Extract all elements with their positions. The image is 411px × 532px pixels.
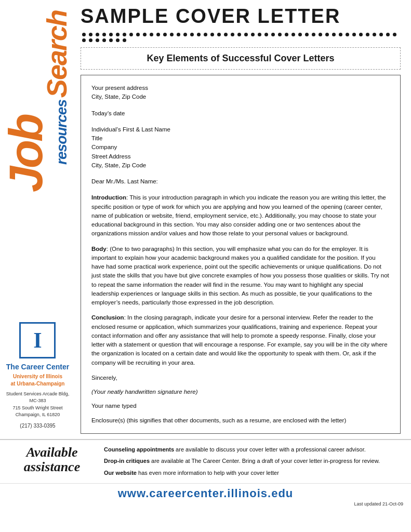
brand-area: Job Search resources xyxy=(7,10,68,192)
website-label: Our website xyxy=(104,470,137,476)
date-block: Today’s date xyxy=(91,109,390,118)
sender-address-line1: Your present address xyxy=(91,84,390,92)
closing: Sincerely, xyxy=(91,374,390,382)
university-name: University of Illinois at Urbana-Champai… xyxy=(11,373,65,388)
website-bar: www.careercenter.illinois.edu xyxy=(0,483,411,501)
main-content: SAMPLE COVER LETTER Key Elements of Succ… xyxy=(75,0,411,439)
conclusion-text: : In the closing paragraph, indicate you… xyxy=(91,314,388,365)
date-text: Today’s date xyxy=(91,109,390,118)
recipient-street: Street Address xyxy=(91,152,390,161)
available-line2: assistance xyxy=(24,459,80,474)
name-typed-text: Your name typed xyxy=(91,402,390,410)
conclusion-label: Conclusion xyxy=(91,314,124,321)
available-assistance-block: Available assistance xyxy=(8,445,96,475)
recipient-city: City, State, Zip Code xyxy=(91,161,390,170)
brand-search-text: Search xyxy=(46,10,68,98)
key-elements-title: Key Elements of Successful Cover Letters xyxy=(91,53,390,64)
enclosure-line: Enclosure(s) (this signifies that other … xyxy=(91,416,390,425)
bottom-info: Counseling appointments are available to… xyxy=(104,445,403,481)
dropin-label: Drop-in critiques xyxy=(104,458,150,464)
recipient-block: Individual’s First & Last Name Title Com… xyxy=(91,125,390,170)
body-label: Body xyxy=(91,246,107,252)
website-info: Our website has even more information to… xyxy=(104,469,403,477)
brand-resources-text: resources xyxy=(46,100,68,165)
body-text: : (One to two paragraphs) In this sectio… xyxy=(91,246,389,306)
available-line1: Available xyxy=(26,445,77,460)
recipient-company: Company xyxy=(91,143,390,152)
salutation: Dear Mr./Ms. Last Name: xyxy=(91,177,390,186)
name-typed-line: Your name typed xyxy=(91,402,390,410)
illinois-i-letter: I xyxy=(33,328,42,353)
signature-line: (Your neatly handwritten signature here) xyxy=(91,388,390,396)
available-text: Available assistance xyxy=(24,445,80,475)
sidebar-logo-area: I The Career Center University of Illino… xyxy=(6,322,70,439)
recipient-name: Individual’s First & Last Name xyxy=(91,125,390,134)
conclusion-paragraph: Conclusion: In the closing paragraph, in… xyxy=(91,313,390,367)
illinois-logo: I xyxy=(19,322,56,358)
counseling-label: Counseling appointments xyxy=(104,446,174,453)
brand-job-text: Job xyxy=(7,10,45,192)
dot-divider xyxy=(81,32,401,43)
counseling-info: Counseling appointments are available to… xyxy=(104,445,403,454)
key-elements-box: Key Elements of Successful Cover Letters xyxy=(81,47,401,70)
dropin-info: Drop-in critiques are available at The C… xyxy=(104,457,403,466)
sidebar-address: Student Services Arcade Bldg, MC-383 715… xyxy=(6,391,70,419)
intro-text: : This is your introduction paragraph in… xyxy=(91,194,386,236)
sender-address-block: Your present address City, State, Zip Co… xyxy=(91,84,390,102)
dropin-text: are available at The Career Center. Brin… xyxy=(150,458,380,464)
letter-box: Your present address City, State, Zip Co… xyxy=(81,75,401,434)
closing-text: Sincerely, xyxy=(91,374,390,382)
career-center-label: The Career Center xyxy=(6,363,69,371)
last-updated: Last updated 21-Oct-09 xyxy=(0,501,411,509)
recipient-title: Title xyxy=(91,134,390,143)
intro-label: Introduction xyxy=(91,194,126,201)
website-text: has even more information to help with y… xyxy=(137,470,279,476)
bottom-section: Available assistance Counseling appointm… xyxy=(0,439,411,509)
page-title: SAMPLE COVER LETTER xyxy=(81,5,401,28)
sidebar-phone: (217) 333-0395 xyxy=(20,423,55,429)
salutation-text: Dear Mr./Ms. Last Name: xyxy=(91,177,390,186)
website-url[interactable]: www.careercenter.illinois.edu xyxy=(0,487,411,500)
bottom-row: Available assistance Counseling appointm… xyxy=(0,440,411,484)
sidebar: Job Search resources I The Career Center… xyxy=(0,0,75,439)
counseling-text: are available to discuss your cover lett… xyxy=(174,446,366,453)
signature-text: (Your neatly handwritten signature here) xyxy=(91,388,390,396)
enclosure-text: Enclosure(s) (this signifies that other … xyxy=(91,416,390,425)
body-paragraph: Body: (One to two paragraphs) In this se… xyxy=(91,245,390,308)
sender-address-line2: City, State, Zip Code xyxy=(91,92,390,101)
intro-paragraph: Introduction: This is your introduction … xyxy=(91,193,390,238)
